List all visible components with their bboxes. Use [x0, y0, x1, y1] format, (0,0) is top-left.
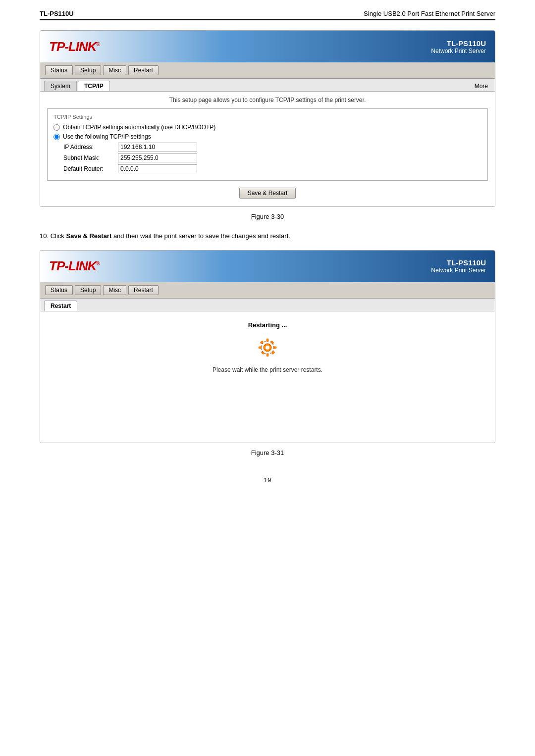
tp-model-info-1: TL-PS110U Network Print Server	[431, 39, 486, 54]
field-value-subnet[interactable]	[118, 153, 197, 162]
nav-restart-2[interactable]: Restart	[128, 285, 159, 295]
restart-tab-bar: Restart	[40, 299, 495, 311]
field-value-ip[interactable]	[118, 143, 197, 151]
tab-bar-1: System TCP/IP More	[40, 79, 495, 92]
svg-rect-7	[271, 351, 275, 354]
settings-box-title-1: TCP/IP Settings	[54, 114, 482, 120]
step10-text: 10. Click Save & Restart and then wait t…	[40, 231, 495, 241]
figure1-frame: TP-LINK® TL-PS110U Network Print Server …	[40, 30, 495, 207]
tp-logo-2: TP-LINK®	[49, 258, 100, 274]
field-label-gateway: Default Router:	[63, 165, 118, 172]
tp-header-2: TP-LINK® TL-PS110U Network Print Server	[40, 251, 495, 282]
tp-model-info-2: TL-PS110U Network Print Server	[431, 258, 486, 274]
svg-rect-6	[260, 340, 264, 344]
nav-restart-1[interactable]: Restart	[128, 65, 159, 75]
gear-icon	[257, 337, 278, 358]
content-area-1: This setup page allows you to configure …	[40, 92, 495, 206]
page-number: 19	[40, 476, 495, 484]
save-btn-row: Save & Restart	[47, 188, 488, 199]
tp-model-sub-1: Network Print Server	[431, 48, 486, 54]
radio-manual[interactable]	[54, 134, 60, 140]
restart-content: Restarting ...	[40, 311, 495, 443]
nav-bar-1: Status Setup Misc Restart	[40, 62, 495, 79]
step10-bold: Save & Restart	[66, 232, 111, 240]
radio-auto-label: Obtain TCP/IP settings automatically (us…	[63, 124, 215, 131]
page-header-model: TL-PS110U	[40, 10, 74, 17]
radio-auto-row: Obtain TCP/IP settings automatically (us…	[54, 124, 482, 131]
svg-point-1	[266, 346, 269, 350]
tp-model-sub-2: Network Print Server	[431, 267, 486, 274]
content-desc-1: This setup page allows you to configure …	[47, 97, 488, 103]
tp-model-name-2: TL-PS110U	[431, 258, 486, 267]
nav-setup-1[interactable]: Setup	[75, 65, 101, 75]
nav-setup-2[interactable]: Setup	[75, 285, 101, 295]
restarting-text: Restarting ...	[47, 321, 488, 329]
please-wait-text: Please wait while the print server resta…	[47, 366, 488, 373]
field-row-subnet: Subnet Mask:	[54, 153, 482, 162]
tp-logo-1: TP-LINK®	[49, 39, 100, 54]
nav-bar-2: Status Setup Misc Restart	[40, 282, 495, 299]
figure2-frame: TP-LINK® TL-PS110U Network Print Server …	[40, 250, 495, 443]
tab-tcpip-1[interactable]: TCP/IP	[78, 81, 110, 91]
field-label-ip: IP Address:	[63, 144, 118, 151]
page-header: TL-PS110U Single USB2.0 Port Fast Ethern…	[40, 10, 495, 20]
restart-tab[interactable]: Restart	[44, 301, 77, 311]
tp-header-1: TP-LINK® TL-PS110U Network Print Server	[40, 31, 495, 62]
field-row-gateway: Default Router:	[54, 164, 482, 173]
nav-status-1[interactable]: Status	[45, 65, 73, 75]
radio-manual-row: Use the following TCP/IP settings	[54, 133, 482, 140]
figure2-caption: Figure 3-31	[40, 449, 495, 456]
nav-misc-1[interactable]: Misc	[103, 65, 126, 75]
tp-model-name-1: TL-PS110U	[431, 39, 486, 48]
field-row-ip: IP Address:	[54, 143, 482, 151]
tab-bar-left-1: System TCP/IP	[44, 81, 111, 91]
page-header-desc: Single USB2.0 Port Fast Ethernet Print S…	[364, 10, 495, 17]
field-value-gateway[interactable]	[118, 164, 197, 173]
step10-number: 10.	[40, 232, 49, 240]
tab-system-1[interactable]: System	[44, 81, 77, 91]
settings-box-1: TCP/IP Settings Obtain TCP/IP settings a…	[47, 108, 488, 181]
save-restart-button-1[interactable]: Save & Restart	[239, 188, 296, 199]
figure1-caption: Figure 3-30	[40, 213, 495, 220]
nav-status-2[interactable]: Status	[45, 285, 73, 295]
radio-auto[interactable]	[54, 124, 60, 131]
radio-manual-label: Use the following TCP/IP settings	[63, 133, 151, 140]
nav-misc-2[interactable]: Misc	[103, 285, 126, 295]
field-label-subnet: Subnet Mask:	[63, 154, 118, 161]
tab-more-1[interactable]: More	[472, 82, 491, 91]
